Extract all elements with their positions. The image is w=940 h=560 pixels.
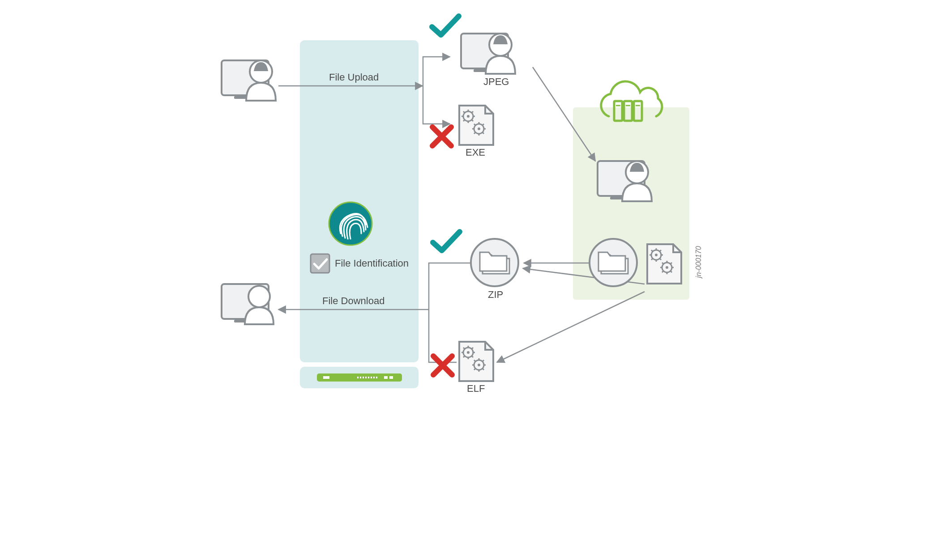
label-file-identification: File Identification <box>335 258 409 269</box>
identification-panel <box>300 40 419 362</box>
image-id: jn-000170 <box>695 246 703 278</box>
svg-line-51 <box>497 292 645 362</box>
label-file-upload: File Upload <box>329 72 379 83</box>
cloud-panel <box>573 107 689 300</box>
label-zip: ZIP <box>488 289 503 301</box>
diagram-svg <box>143 9 797 403</box>
label-exe: EXE <box>466 147 485 158</box>
label-elf: ELF <box>467 383 485 395</box>
label-jpeg: JPEG <box>483 76 509 88</box>
device-bar-panel <box>300 367 419 388</box>
diagram-canvas: File Upload JPEG EXE File Identification… <box>143 9 797 403</box>
label-file-download: File Download <box>322 295 385 307</box>
